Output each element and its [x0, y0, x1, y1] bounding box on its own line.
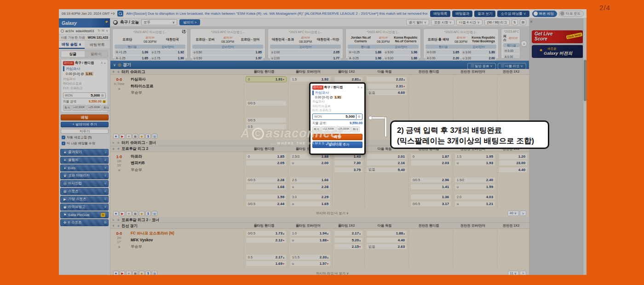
dollar-icon[interactable]: $: [145, 271, 151, 275]
chart-icon[interactable]: ▥: [152, 211, 157, 216]
star-icon[interactable]: ★: [113, 134, 119, 139]
popup-stake-input[interactable]: WON 5,000 ⊗: [312, 114, 362, 120]
filter-button[interactable]: 모든 시장 ∨: [431, 19, 454, 25]
odds-cell[interactable]: 1.5/22.40: [454, 177, 495, 183]
odds-cell[interactable]: o 2.751.92: [150, 50, 185, 55]
odds-cell[interactable]: o 2.002.05: [270, 50, 341, 55]
odds-cell[interactable]: 01.85: [246, 154, 287, 160]
odds-cell[interactable]: 0/0.5: [246, 117, 287, 123]
mail-icon[interactable]: ✉: [102, 29, 104, 33]
odds-cell[interactable]: u 9.001.86: [384, 56, 419, 61]
odds-cell[interactable]: A 0.00: [503, 54, 520, 59]
stake-input[interactable]: WON 5,000 ⊗: [63, 92, 106, 98]
odds-cell[interactable]: u2.28: [290, 184, 331, 190]
odds-cell[interactable]: 0/0.51.73▴: [246, 230, 287, 236]
tv-icon[interactable]: ▦: [132, 211, 138, 216]
bet-button[interactable]: 배팅: [61, 114, 109, 120]
topbar-button[interactable]: 배팅결과: [452, 11, 472, 17]
favorite-star-icon[interactable]: ★: [110, 245, 128, 249]
odds-cell[interactable]: u1.57▾: [290, 261, 331, 267]
odds-cell[interactable]: u 2.001.77: [270, 56, 341, 61]
league-section-bar[interactable]: ∨★터키 슈퍼리그풀타임 핸디캡풀타임 오버/언더풀타임 1X2다음 득점전반전…: [110, 69, 529, 75]
odds-cell[interactable]: 없음5.40: [366, 167, 407, 173]
sidebar-item-trophy-gold[interactable]: ♛코파 아메리카∨: [60, 172, 109, 179]
sidebar-item-star[interactable]: ★즐겨찾기>: [60, 149, 109, 156]
odds-cell[interactable]: u2.00: [290, 160, 331, 166]
star-icon[interactable]: ★: [113, 271, 119, 275]
odds-cell[interactable]: 0/0.52.28: [246, 177, 287, 183]
tab-bet-list[interactable]: 배팅목록: [85, 41, 110, 49]
market-filter-select[interactable]: 모두∨: [141, 19, 177, 25]
odds-cell[interactable]: 23.00: [499, 160, 528, 166]
odds-cell[interactable]: 5.20▴: [334, 237, 363, 243]
sort-icon[interactable]: ⇅: [512, 19, 518, 25]
odds-cell[interactable]: 7.30: [334, 160, 363, 166]
more-asian-lines-link[interactable]: 아시아 라인 더 보기 ∨: [158, 211, 506, 216]
galaxy-version-banner[interactable]: ★ 새로운 Galaxy 버전의: [532, 45, 583, 58]
favorite-star-icon[interactable]: ★: [110, 168, 128, 172]
favorite-star-icon[interactable]: ★: [117, 141, 121, 145]
tab-single[interactable]: 싱글: [61, 51, 85, 57]
favorite-star-icon[interactable]: ★: [117, 70, 121, 74]
odds-cell[interactable]: 2.15▾: [334, 244, 363, 250]
odds-cell[interactable]: 2.81▴: [334, 76, 363, 82]
odds-cell[interactable]: 0/0.5: [246, 100, 287, 106]
option-checkbox[interactable]: ✓자동 새로고침 (5): [62, 135, 107, 140]
toggle-on[interactable]: 빠른 베팅: [532, 11, 557, 17]
odds-cell[interactable]: H +1.251.99: [115, 50, 150, 55]
next-page-icon[interactable]: >: [520, 211, 526, 216]
close-icon[interactable]: ⊗: [126, 134, 132, 139]
user-row[interactable]: ac10x_adavidtest03 ↻ ✉ ∨: [59, 28, 110, 34]
play-icon[interactable]: ▶: [120, 134, 125, 139]
sidebar-item-torch[interactable]: ✦올림픽∨: [60, 157, 109, 164]
close-icon[interactable]: ⊗: [126, 271, 132, 275]
limit-chip[interactable]: 최저: [63, 105, 71, 111]
play-icon[interactable]: ▶: [120, 211, 125, 216]
league-section-bar[interactable]: ∨★친선 경기풀타임 핸디캡풀타임 오버/언더풀타임 1X2다음 득점전반전 핸…: [110, 223, 529, 229]
sidebar-item-asian-cup[interactable]: ◎아시안컵∨: [60, 180, 109, 187]
coin-icon[interactable]: ◉: [139, 211, 144, 216]
toggle-off[interactable]: 다크 모드: [559, 11, 584, 17]
odds-cell[interactable]: u 2.751.90: [150, 56, 185, 61]
scrollbar-thumb[interactable]: [584, 60, 586, 101]
odds-cell[interactable]: 2.16: [366, 160, 407, 166]
popup-add-parlay-button[interactable]: + 팔레이에 추가: [312, 142, 362, 148]
brand-logo[interactable]: Galaxy✦: [59, 18, 110, 28]
clear-button[interactable]: 지우기: [61, 129, 109, 134]
tab-bet-slip[interactable]: 배팅 슬립 ∧: [59, 41, 85, 49]
chart-icon[interactable]: ▥: [152, 134, 157, 139]
list-view-icon[interactable]: ▤: [520, 19, 526, 25]
chart-icon[interactable]: ▥: [152, 271, 157, 275]
odds-cell[interactable]: 3.75: [334, 167, 363, 173]
tv-icon[interactable]: ▦: [132, 134, 138, 139]
play-icon[interactable]: ▶: [120, 271, 125, 275]
limit-chip[interactable]: 최대: [102, 105, 110, 111]
close-icon[interactable]: ×: [104, 62, 106, 65]
next-cards-icon[interactable]: >: [521, 40, 527, 47]
odds-cell[interactable]: 1.51.95: [454, 154, 495, 160]
odds-cell[interactable]: o 0.501.85: [192, 50, 263, 55]
odds-cell[interactable]: 0.52.17▴: [246, 254, 287, 260]
limit-chip[interactable]: +25,000K: [87, 105, 102, 111]
favorite-star-icon[interactable]: ★: [117, 224, 121, 228]
favorite-star-icon[interactable]: ★: [110, 87, 128, 91]
odds-cell[interactable]: 4.40: [366, 237, 407, 243]
view-option-button[interactable]: ▤ 더블 라인 ∨: [498, 63, 526, 69]
filter-button[interactable]: (96 / 96) 리그: [484, 19, 510, 25]
topbar-button[interactable]: 배팅목록: [430, 11, 450, 17]
sidebar-item-trophy[interactable]: ♦Euro∨: [60, 165, 109, 171]
tab-parlay[interactable]: 팔레이: [85, 51, 108, 57]
odds-cell[interactable]: 1.41: [410, 184, 451, 190]
limit-chip[interactable]: +12,500K: [72, 105, 86, 111]
odds-cell[interactable]: 1/1.52.33▴: [290, 254, 331, 260]
popup-bet-button[interactable]: 배팅: [312, 134, 362, 140]
add-parlay-button[interactable]: + 팔레이에 추가: [61, 122, 109, 127]
close-icon[interactable]: ×: [361, 86, 362, 89]
limit-chip[interactable]: 최대: [351, 126, 360, 132]
odds-cell[interactable]: u1.65: [290, 201, 331, 207]
odds-cell[interactable]: 2.01: [366, 154, 407, 160]
odds-cell[interactable]: 2.04.03: [454, 194, 495, 200]
odds-cell[interactable]: 4.40: [499, 167, 528, 173]
chevron-down-icon[interactable]: ∨: [113, 63, 116, 67]
odds-cell[interactable]: 0/0.53.17: [410, 201, 451, 207]
